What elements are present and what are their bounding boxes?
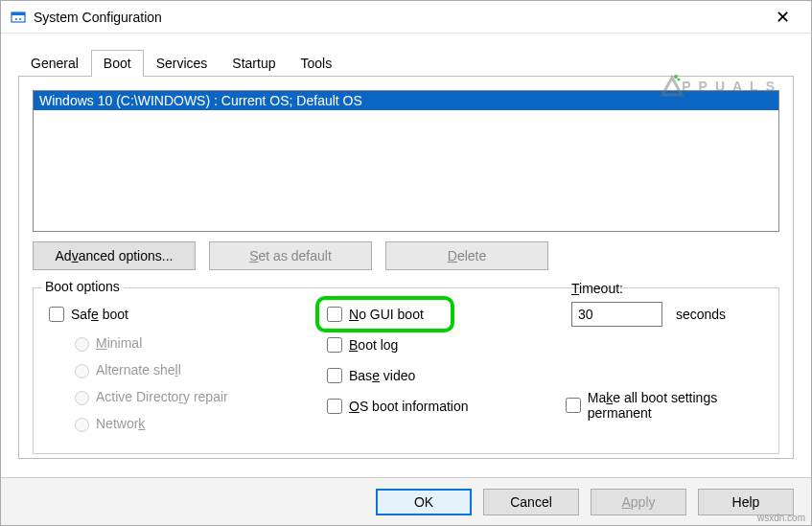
boot-options-col2: No GUI boot Boot log Base video OS bbox=[323, 304, 563, 442]
svg-rect-1 bbox=[12, 12, 25, 15]
tabstrip: General Boot Services Startup Tools bbox=[1, 34, 811, 76]
ad-repair-radio: Active Directory repair bbox=[70, 388, 323, 405]
safe-boot-checkbox[interactable]: Safe boot bbox=[45, 304, 323, 325]
network-radio: Network bbox=[70, 415, 323, 432]
boot-entry-selected[interactable]: Windows 10 (C:\WINDOWS) : Current OS; De… bbox=[34, 91, 778, 110]
cancel-button[interactable]: Cancel bbox=[483, 489, 579, 515]
delete-button: Delete bbox=[385, 241, 548, 270]
tab-services[interactable]: Services bbox=[144, 50, 220, 77]
make-permanent-checkbox[interactable]: Make all boot settings permanent bbox=[562, 390, 782, 421]
tab-general[interactable]: General bbox=[18, 50, 91, 77]
app-icon bbox=[11, 10, 26, 25]
window-title: System Configuration bbox=[34, 10, 763, 25]
boot-log-checkbox[interactable]: Boot log bbox=[323, 334, 563, 355]
tab-startup[interactable]: Startup bbox=[220, 50, 288, 77]
svg-point-2 bbox=[15, 18, 17, 20]
timeout-input[interactable] bbox=[571, 302, 662, 327]
alternate-shell-radio: Alternate shell bbox=[70, 361, 323, 378]
boot-action-row: Advanced options... Set as default Delet… bbox=[33, 241, 779, 270]
os-boot-info-checkbox[interactable]: OS boot information bbox=[323, 396, 563, 417]
boot-options-col1: Safe boot Minimal Alternate shell A bbox=[45, 304, 323, 442]
timeout-section: Timeout: seconds bbox=[571, 281, 782, 327]
ok-button[interactable]: OK bbox=[376, 489, 472, 515]
no-gui-boot-checkbox[interactable]: No GUI boot bbox=[323, 304, 563, 325]
client-area: PPUALS General Boot Services Startup Too… bbox=[1, 34, 811, 477]
dialog-button-bar: OK Cancel Apply Help bbox=[1, 477, 811, 525]
tab-boot[interactable]: Boot bbox=[91, 50, 144, 77]
boot-options-label: Boot options bbox=[41, 279, 124, 294]
boot-entry-list[interactable]: Windows 10 (C:\WINDOWS) : Current OS; De… bbox=[33, 90, 779, 232]
apply-button: Apply bbox=[591, 489, 686, 515]
image-credit: wsxdn.com bbox=[757, 513, 805, 523]
base-video-checkbox[interactable]: Base video bbox=[323, 365, 563, 386]
timeout-label: Timeout: bbox=[571, 281, 782, 296]
help-button[interactable]: Help bbox=[698, 489, 794, 515]
close-button[interactable]: ✕ bbox=[763, 1, 801, 34]
timeout-unit: seconds bbox=[676, 307, 726, 322]
advanced-options-button[interactable]: Advanced options... bbox=[33, 241, 196, 270]
system-configuration-window: System Configuration ✕ PPUALS General Bo… bbox=[0, 0, 812, 526]
svg-point-3 bbox=[19, 18, 21, 20]
permanent-section: Make all boot settings permanent bbox=[562, 390, 782, 430]
tab-tools[interactable]: Tools bbox=[288, 50, 344, 77]
minimal-radio: Minimal bbox=[70, 334, 323, 352]
titlebar: System Configuration ✕ bbox=[1, 1, 811, 34]
set-as-default-button: Set as default bbox=[209, 241, 372, 270]
